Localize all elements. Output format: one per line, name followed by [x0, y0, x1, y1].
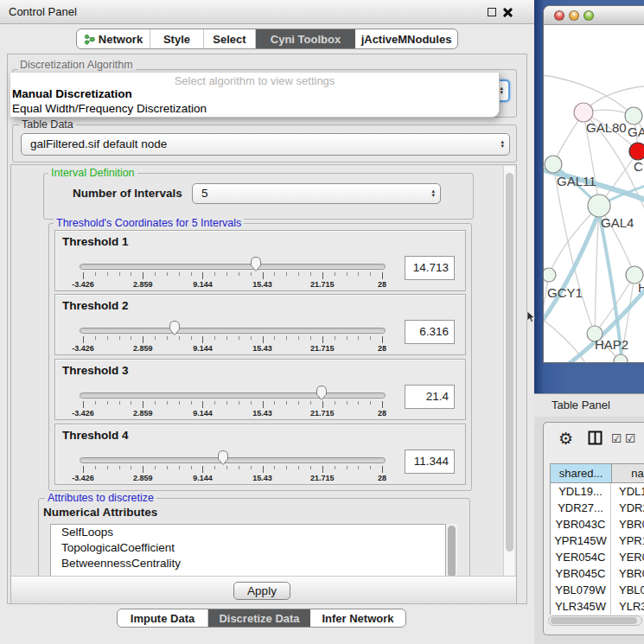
table-hscrollbar-thumb[interactable] [551, 617, 637, 624]
number-of-intervals-label: Number of Intervals [73, 187, 182, 200]
stepper-icon[interactable]: ▴▾ [500, 81, 503, 100]
threshold-slider-thumb[interactable] [217, 450, 229, 466]
threshold-value-field[interactable]: 11.344 [405, 450, 455, 474]
tick-label: -3.426 [64, 280, 102, 289]
attribute-item-topologicalcoefficient[interactable]: TopologicalCoefficient [51, 540, 445, 556]
tick-label: 2.859 [124, 280, 162, 289]
table-cell[interactable]: YDL1 [619, 483, 644, 500]
table-cell[interactable]: YLR3 [619, 598, 644, 615]
table-cell[interactable]: YER0 [619, 549, 644, 565]
number-of-intervals-combobox[interactable]: 5 ▴▾ [192, 183, 441, 204]
table-cell[interactable]: YDR2 [619, 500, 644, 516]
network-edge[interactable] [553, 164, 595, 334]
network-node-gcy1[interactable] [544, 268, 556, 282]
checkbox-icon[interactable]: ☑ [611, 431, 622, 445]
table-cell[interactable]: YPR145W [551, 532, 611, 549]
threshold-title: Threshold 2 [62, 299, 129, 312]
network-node-gal11[interactable] [545, 156, 562, 173]
tick-label: 28 [363, 409, 401, 418]
threshold-slider-track[interactable] [80, 264, 386, 270]
table-horizontal-scrollbar[interactable] [548, 615, 642, 626]
threshold-slider-track[interactable] [80, 457, 386, 463]
threshold-value-field[interactable]: 6.316 [405, 320, 455, 344]
threshold-slider-thumb[interactable] [169, 320, 181, 336]
network-node-gal4[interactable] [588, 194, 610, 217]
panel-scrollbar-thumb[interactable] [506, 173, 513, 552]
close-icon[interactable] [503, 8, 513, 17]
tab-style[interactable]: Style [150, 29, 204, 48]
attributes-list-scrollbar[interactable] [446, 524, 457, 577]
stepper-icon[interactable]: ▴▾ [501, 134, 504, 155]
table-cell[interactable]: YER054C [551, 549, 611, 565]
tick-label: 9.144 [183, 474, 221, 482]
network-node-b[interactable] [614, 354, 628, 363]
threshold-value-field[interactable]: 21.4 [405, 385, 455, 409]
algorithm-popup: Select algorithm to view settings Manual… [10, 73, 500, 118]
threshold-slider-thumb[interactable] [316, 385, 328, 401]
tab-label: Discretize Data [219, 612, 299, 625]
control-panel-titlebar: Control Panel [0, 0, 534, 24]
table-cell[interactable]: YBR043C [551, 516, 611, 532]
table-header-name[interactable]: na [612, 464, 644, 483]
table-cell[interactable]: YBR0 [619, 516, 644, 532]
popup-option-manual-discretization[interactable]: Manual Discretization [12, 87, 132, 100]
tick-label: 15.43 [244, 474, 282, 482]
tab-discretize-data[interactable]: Discretize Data [208, 609, 310, 627]
mouse-cursor-icon [526, 310, 537, 324]
table-cell[interactable]: YBL0 [619, 582, 644, 598]
numerical-attributes-list[interactable]: SelfLoopsTopologicalCoefficientBetweenne… [50, 524, 446, 577]
thresholds-group-label: Threshold's Coordinates for 5 Intervals [54, 217, 244, 229]
tab-infer-network[interactable]: Infer Network [310, 609, 405, 627]
table-data-group-label: Table Data [19, 118, 76, 131]
table-cell[interactable]: YBL079W [551, 582, 611, 598]
network-node-ga[interactable] [625, 107, 642, 124]
tick-label: 15.43 [244, 280, 282, 289]
table-header-shared-name[interactable]: shared... [551, 464, 612, 483]
traffic-light-minimize-icon[interactable] [569, 10, 579, 21]
columns-icon[interactable] [588, 430, 603, 448]
threshold-panel-1: Threshold 1-3.4262.8599.14415.4321.71528… [54, 230, 466, 291]
slider-ticks [80, 466, 386, 474]
network-node-gal80[interactable] [574, 103, 593, 122]
gear-icon[interactable]: ⚙ [558, 429, 573, 448]
tab-select[interactable]: Select [204, 29, 256, 48]
threshold-slider-track[interactable] [80, 392, 386, 399]
checkbox-icon[interactable]: ☑ [625, 431, 636, 445]
tab-label: Infer Network [322, 612, 393, 625]
table-cell[interactable]: YBR045C [551, 565, 611, 582]
table-data-combobox[interactable]: galFiltered.sif default node ▴▾ [21, 133, 510, 156]
table-cell[interactable]: YBR0 [619, 565, 644, 582]
tab-cyni-toolbox[interactable]: Cyni Toolbox [256, 29, 355, 48]
tab-network[interactable]: Network [77, 29, 150, 48]
threshold-slider-thumb[interactable] [250, 256, 262, 272]
apply-button[interactable]: Apply [233, 582, 290, 600]
network-node-label: C [634, 159, 643, 174]
attribute-item-betweennesscentrality[interactable]: BetweennessCentrality [51, 556, 445, 571]
table-cell[interactable]: YDL19... [551, 483, 611, 500]
traffic-light-zoom-icon[interactable] [583, 10, 594, 21]
network-node-c[interactable] [629, 143, 644, 160]
popup-option-equal-width-frequency[interactable]: Equal Width/Frequency Discretization [12, 102, 207, 115]
top-tab-bar: NetworkStyleSelectCyni ToolboxjActiveMNo… [76, 29, 458, 49]
threshold-panel-2: Threshold 2-3.4262.8599.14415.4321.71528… [54, 294, 466, 355]
table-cell[interactable]: YLR345W [551, 598, 611, 615]
threshold-value-field[interactable]: 14.713 [405, 256, 455, 280]
network-view[interactable]: GAL80GACGAL11GAL4GCY1HHAP2 [544, 25, 644, 363]
table-cell[interactable]: YPR1 [619, 532, 644, 549]
node-attribute-table[interactable]: shared...naYDL19...YDL1YDR27...YDR2YBR04… [550, 463, 644, 615]
panel-vertical-scrollbar[interactable] [503, 166, 514, 576]
number-of-intervals-value: 5 [201, 187, 208, 200]
attributes-list-scrollbar-thumb[interactable] [448, 526, 456, 577]
tab-impute-data[interactable]: Impute Data [118, 609, 208, 627]
stepper-icon[interactable]: ▴▾ [431, 184, 435, 203]
traffic-light-close-icon[interactable] [554, 10, 564, 21]
threshold-slider-track[interactable] [80, 328, 386, 334]
float-window-icon[interactable] [488, 8, 496, 16]
attribute-item-selfloops[interactable]: SelfLoops [51, 525, 445, 540]
interval-group-label: Interval Definition [48, 167, 137, 179]
network-window: GAL80GACGAL11GAL4GCY1HHAP2 [543, 5, 644, 363]
tab-label: Network [99, 33, 143, 46]
table-cell[interactable]: YDR27... [551, 500, 611, 516]
tick-label: 9.144 [183, 344, 221, 353]
tab-jactivemnodules[interactable]: jActiveMNodules [355, 29, 457, 48]
